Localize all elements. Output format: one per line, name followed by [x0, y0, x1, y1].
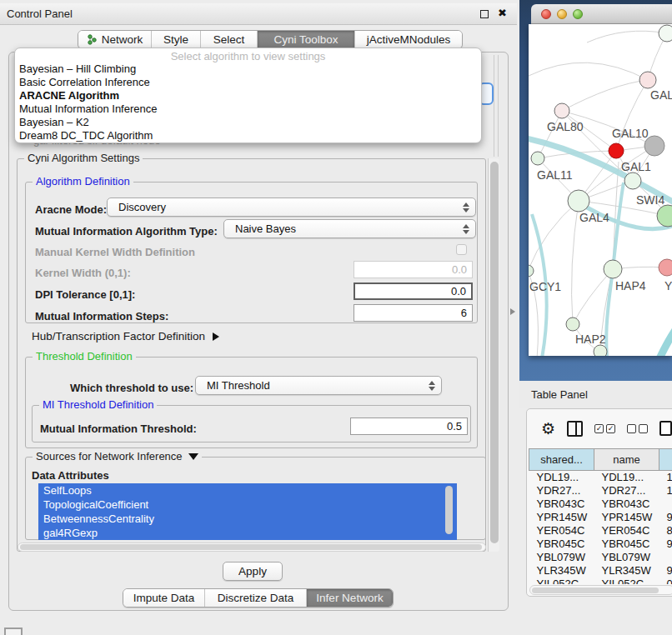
tab-cyni-toolbox[interactable]: Cyni Toolbox — [258, 31, 355, 48]
new-table-icon[interactable] — [659, 421, 672, 436]
tab-style[interactable]: Style — [152, 31, 201, 48]
mi-steps-field[interactable]: 6 — [354, 304, 473, 322]
data-attributes-list[interactable]: SelfLoops TopologicalCoefficient Between… — [38, 483, 457, 540]
table-row[interactable]: YDR27...YDR27...12 — [529, 484, 672, 498]
close-icon[interactable]: ✖ — [498, 7, 507, 19]
table-row[interactable]: YLR345WYLR345W9. — [529, 564, 672, 578]
table-header-row: shared... name — [529, 449, 672, 471]
dpi-tolerance-label: DPI Tolerance [0,1]: — [35, 288, 135, 301]
table-row[interactable]: YBL079WYBL079W — [529, 551, 672, 564]
apply-button[interactable]: Apply — [223, 562, 283, 581]
window-minimize-icon[interactable] — [557, 9, 567, 19]
apply-button-label: Apply — [238, 565, 267, 578]
node-label: GAL11 — [537, 168, 573, 182]
table-row[interactable]: YBR043CYBR043C — [529, 498, 672, 511]
mi-steps-value: 6 — [461, 307, 467, 319]
dropdown-option[interactable]: Dream8 DC_TDC Algorithm — [15, 129, 481, 142]
list-item[interactable]: gal4RGexp — [38, 526, 457, 540]
table-row[interactable]: YPR145WYPR145W9. — [529, 511, 672, 524]
aracne-mode-combo[interactable]: Discovery — [107, 198, 476, 217]
tab-style-label: Style — [163, 33, 188, 46]
tab-discretize-data-label: Discretize Data — [218, 592, 294, 604]
stepper-arrows-icon — [463, 202, 469, 212]
table-scroll-area[interactable]: shared... name YDL19...YDL19...13 YDR27.… — [529, 448, 672, 584]
node-partial-bottom[interactable] — [594, 345, 607, 356]
manual-kernel-label: Manual Kernel Width Definition — [35, 246, 195, 258]
column-layout-icon[interactable] — [567, 421, 583, 437]
node-table: shared... name YDL19...YDL19...13 YDR27.… — [529, 448, 672, 584]
dropdown-option[interactable]: Bayesian – Hill Climbing — [15, 62, 481, 76]
scrollbar-thumb[interactable] — [490, 162, 499, 543]
node-gal80[interactable] — [554, 103, 569, 118]
kernel-width-field[interactable]: 0.0 — [354, 261, 473, 278]
mi-threshold-field[interactable]: 0.5 — [350, 418, 468, 435]
dropdown-option[interactable]: Bayesian – K2 — [15, 116, 481, 129]
node-label: GAL80 — [547, 120, 584, 133]
node-gal11[interactable] — [531, 152, 544, 165]
select-all-icon[interactable]: ✓ ✓ — [594, 424, 615, 433]
tab-cyni-toolbox-label: Cyni Toolbox — [273, 33, 338, 46]
list-item[interactable]: BetweennessCentrality — [38, 512, 457, 526]
tab-infer-network[interactable]: Infer Network — [307, 589, 393, 607]
node-hap4[interactable] — [604, 260, 622, 278]
table-row[interactable]: YIL052CYIL052C0 — [529, 578, 672, 585]
settings-vertical-scrollbar[interactable] — [488, 158, 499, 552]
network-labels: GAL GAL80 GAL10 GAL11 GAL1 SWI4 GAL4 GCY… — [529, 88, 672, 346]
column-header-shared-name[interactable]: shared... — [529, 449, 594, 471]
list-item[interactable]: SelfLoops — [38, 483, 457, 498]
unchecked-box-icon — [639, 424, 648, 433]
cyni-settings-group-title: Cyni Algorithm Settings — [24, 152, 143, 164]
dropdown-prompt: Select algorithm to view settings — [15, 48, 481, 62]
table-row[interactable]: YBR045CYBR045C9. — [529, 538, 672, 551]
splitter-handle-icon[interactable] — [510, 308, 515, 315]
tab-impute-data[interactable]: Impute Data — [123, 589, 205, 607]
node-label: Y — [664, 279, 672, 292]
minimized-panel-icon[interactable] — [4, 628, 23, 635]
node-gcy1[interactable] — [529, 265, 534, 277]
node-swi4[interactable] — [657, 205, 672, 227]
tab-network[interactable]: Network — [78, 31, 152, 48]
node-hap2[interactable] — [566, 318, 579, 331]
dropdown-option[interactable]: Mutual Information Inference — [15, 102, 481, 116]
node-gal1[interactable] — [624, 172, 641, 189]
dpi-tolerance-field[interactable]: 0.0 — [354, 282, 473, 300]
mi-type-combo[interactable]: Naive Bayes — [223, 219, 476, 238]
table-horizontal-scrollbar[interactable] — [529, 585, 672, 595]
node-gal4[interactable] — [568, 190, 589, 212]
node-y-cut[interactable] — [659, 259, 672, 276]
table-row[interactable]: YDL19...YDL19...13 — [529, 471, 672, 484]
table-row[interactable]: YER054CYER054C8. — [529, 524, 672, 538]
window-close-icon[interactable] — [541, 9, 551, 19]
float-window-icon[interactable] — [480, 10, 489, 18]
scrollbar-thumb[interactable] — [20, 544, 482, 550]
network-canvas[interactable]: GAL GAL80 GAL10 GAL11 GAL1 SWI4 GAL4 GCY… — [529, 24, 672, 356]
control-panel-title: Control Panel — [7, 8, 73, 20]
dropdown-option[interactable]: Basic Correlation Inference — [15, 76, 481, 89]
tab-network-label: Network — [102, 33, 143, 46]
network-window-titlebar[interactable] — [531, 4, 672, 24]
settings-horizontal-scrollbar[interactable] — [18, 542, 486, 552]
node-gal-cut[interactable] — [639, 72, 656, 88]
node-selected-red[interactable] — [609, 143, 624, 158]
node-partial-top[interactable] — [659, 25, 672, 42]
gear-icon[interactable]: ⚙ — [541, 421, 555, 437]
dropdown-option-selected[interactable]: ARACNE Algorithm — [15, 89, 481, 102]
column-header-partial[interactable] — [659, 449, 672, 471]
tab-discretize-data[interactable]: Discretize Data — [205, 589, 307, 607]
hub-section-toggle[interactable]: Hub/Transcription Factor Definition — [32, 330, 219, 342]
which-threshold-combo[interactable]: MI Threshold — [195, 376, 442, 395]
list-scrollbar-thumb[interactable] — [445, 486, 453, 534]
scrollbar-thumb[interactable] — [532, 588, 659, 593]
checked-box-icon: ✓ — [606, 424, 615, 433]
algorithm-definition-title: Algorithm Definition — [33, 176, 133, 188]
deselect-all-icon[interactable] — [627, 424, 648, 433]
tab-select[interactable]: Select — [201, 31, 258, 48]
column-header-name[interactable]: name — [594, 449, 659, 471]
tab-jactivemnodules[interactable]: jActiveMNodules — [355, 31, 462, 48]
manual-kernel-checkbox[interactable] — [456, 244, 467, 255]
window-zoom-icon[interactable] — [573, 9, 583, 19]
list-item[interactable]: TopologicalCoefficient — [38, 498, 457, 512]
sources-group-title-row[interactable]: Sources for Network Inference — [33, 451, 202, 462]
stepper-arrows-icon — [429, 381, 435, 391]
node-label: GAL — [650, 88, 672, 102]
